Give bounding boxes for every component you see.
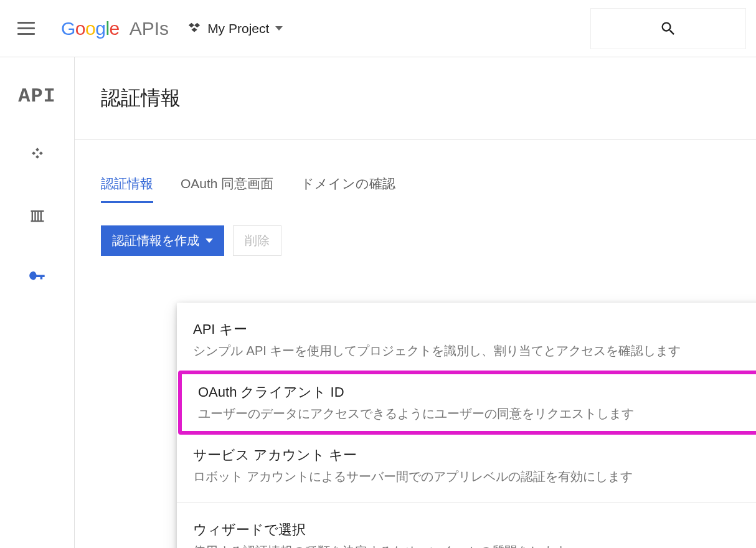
chevron-down-icon xyxy=(206,239,213,243)
create-credentials-label: 認証情報を作成 xyxy=(112,232,199,249)
hexagon-icon xyxy=(187,22,201,35)
create-credentials-button[interactable]: 認証情報を作成 xyxy=(101,225,224,256)
apis-label: APIs xyxy=(130,18,169,39)
menu-item-desc: シンプル API キーを使用してプロジェクトを識別し、割り当てとアクセスを確認し… xyxy=(193,342,756,359)
page-title: 認証情報 xyxy=(101,85,756,112)
menu-divider xyxy=(177,503,756,503)
main-content: 認証情報 認証情報 OAuth 同意画面 ドメインの確認 認証情報を作成 削除 … xyxy=(75,57,756,548)
tab-oauth-consent[interactable]: OAuth 同意画面 xyxy=(181,175,273,203)
sidebar-item-dashboard[interactable] xyxy=(0,141,74,169)
key-icon xyxy=(29,268,46,286)
chevron-down-icon xyxy=(275,26,283,31)
menu-item-title: OAuth クライアント ID xyxy=(198,383,756,402)
sidebar: API xyxy=(0,57,75,548)
menu-item-service-account-key[interactable]: サービス アカウント キー ロボット アカウントによるサーバー間でのアプリレベル… xyxy=(177,437,756,494)
delete-button[interactable]: 削除 xyxy=(233,225,281,256)
create-credentials-menu: API キー シンプル API キーを使用してプロジェクトを識別し、割り当てとア… xyxy=(177,303,756,548)
project-name: My Project xyxy=(207,21,269,36)
menu-item-api-key[interactable]: API キー シンプル API キーを使用してプロジェクトを識別し、割り当てとア… xyxy=(177,311,756,368)
divider xyxy=(75,139,756,140)
library-icon xyxy=(29,207,46,225)
sidebar-item-credentials[interactable] xyxy=(0,263,74,291)
project-picker[interactable]: My Project xyxy=(187,21,283,36)
action-row: 認証情報を作成 削除 xyxy=(101,225,756,256)
menu-item-title: サービス アカウント キー xyxy=(193,446,756,465)
tab-domain-verification[interactable]: ドメインの確認 xyxy=(301,175,395,203)
sidebar-item-library[interactable] xyxy=(0,202,74,230)
header-bar: Google APIs My Project xyxy=(0,0,756,57)
hamburger-icon[interactable] xyxy=(17,22,50,35)
tab-credentials[interactable]: 認証情報 xyxy=(101,175,153,203)
tabs: 認証情報 OAuth 同意画面 ドメインの確認 xyxy=(101,175,756,203)
dashboard-icon xyxy=(29,146,46,164)
menu-item-title: ウィザードで選択 xyxy=(193,521,756,539)
search-button[interactable] xyxy=(590,8,746,49)
menu-item-desc: 使用する認証情報の種類を決定するため、いくつかの質問をします xyxy=(193,543,756,548)
logo[interactable]: Google APIs xyxy=(61,18,169,39)
menu-item-wizard[interactable]: ウィザードで選択 使用する認証情報の種類を決定するため、いくつかの質問をします xyxy=(177,512,756,548)
menu-item-desc: ロボット アカウントによるサーバー間でのアプリレベルの認証を有効にします xyxy=(193,468,756,485)
menu-item-title: API キー xyxy=(193,320,756,339)
google-logo-text: Google xyxy=(61,18,120,39)
menu-item-oauth-client-id[interactable]: OAuth クライアント ID ユーザーのデータにアクセスできるようにユーザーの… xyxy=(178,371,756,435)
search-icon xyxy=(659,20,677,37)
api-logo: API xyxy=(18,85,56,108)
menu-item-desc: ユーザーのデータにアクセスできるようにユーザーの同意をリクエストします xyxy=(198,405,756,422)
